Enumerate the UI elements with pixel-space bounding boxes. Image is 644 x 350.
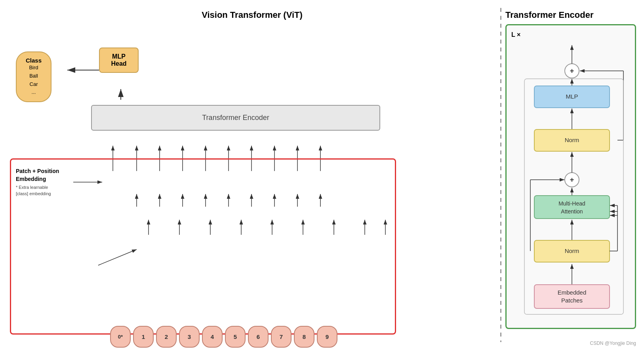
transformer-encoder-box: Transformer Encoder xyxy=(91,105,380,131)
svg-text:+: + xyxy=(570,176,574,184)
vit-section: Vision Transformer (ViT) xyxy=(4,4,500,346)
patch-section: Patch + PositionEmbedding * Extra learna… xyxy=(10,158,396,335)
class-box: Class BirdBallCar... xyxy=(16,51,51,102)
encoder-detail-box: L × Embedded Patches Norm xyxy=(505,24,636,329)
token-5-label: 5 xyxy=(234,333,237,340)
svg-text:Norm: Norm xyxy=(565,247,579,254)
token-7-label: 7 xyxy=(280,333,283,340)
token-9: 9 xyxy=(317,326,337,348)
svg-rect-35 xyxy=(534,285,610,308)
token-1: 1 xyxy=(133,326,154,348)
token-2: 2 xyxy=(156,326,177,348)
token-6: 6 xyxy=(248,326,269,348)
main-container: Vision Transformer (ViT) xyxy=(0,0,644,350)
svg-rect-42 xyxy=(534,196,610,219)
token-1-label: 1 xyxy=(142,333,145,340)
svg-text:Norm: Norm xyxy=(565,137,579,143)
mlp-head-label: MLPHead xyxy=(111,53,126,67)
token-4: 4 xyxy=(202,326,223,348)
vit-title: Vision Transformer (ViT) xyxy=(8,10,496,20)
token-8-label: 8 xyxy=(303,333,306,340)
encoder-title: Transformer Encoder xyxy=(505,10,636,20)
token-8: 8 xyxy=(294,326,314,348)
token-9-label: 9 xyxy=(326,333,329,340)
token-4-label: 4 xyxy=(211,333,214,340)
transformer-encoder-label: Transformer Encoder xyxy=(202,114,269,122)
extra-learnable-label: * Extra learnable[class] embedding xyxy=(16,185,67,197)
svg-text:MLP: MLP xyxy=(566,93,578,100)
encoder-flow-svg: Embedded Patches Norm Multi-Head Attenti… xyxy=(513,31,631,320)
class-items: BirdBallCar... xyxy=(24,64,44,97)
token-3-label: 3 xyxy=(188,333,191,340)
token-5: 5 xyxy=(225,326,246,348)
svg-text:Attention: Attention xyxy=(561,208,583,215)
lx-label: L × xyxy=(511,31,520,38)
patch-embed-label: Patch + PositionEmbedding * Extra learna… xyxy=(16,167,67,197)
svg-text:Multi-Head: Multi-Head xyxy=(558,200,585,207)
token-2-label: 2 xyxy=(165,333,168,340)
token-0-label: 0* xyxy=(118,334,123,340)
token-6-label: 6 xyxy=(257,333,260,340)
svg-text:Patches: Patches xyxy=(561,297,583,304)
watermark: CSDN @Yongjie Ding xyxy=(590,340,636,346)
mlp-head-box: MLPHead xyxy=(99,48,139,73)
tokens-row: 0* 1 2 3 4 5 6 7 8 9 xyxy=(110,326,337,348)
token-7: 7 xyxy=(271,326,292,348)
class-label: Class xyxy=(24,57,44,64)
token-0: 0* xyxy=(110,326,131,348)
token-3: 3 xyxy=(179,326,200,348)
encoder-section: Transformer Encoder L × Embedded Patches xyxy=(501,4,640,346)
svg-text:+: + xyxy=(570,67,574,75)
svg-text:Embedded: Embedded xyxy=(558,289,587,296)
